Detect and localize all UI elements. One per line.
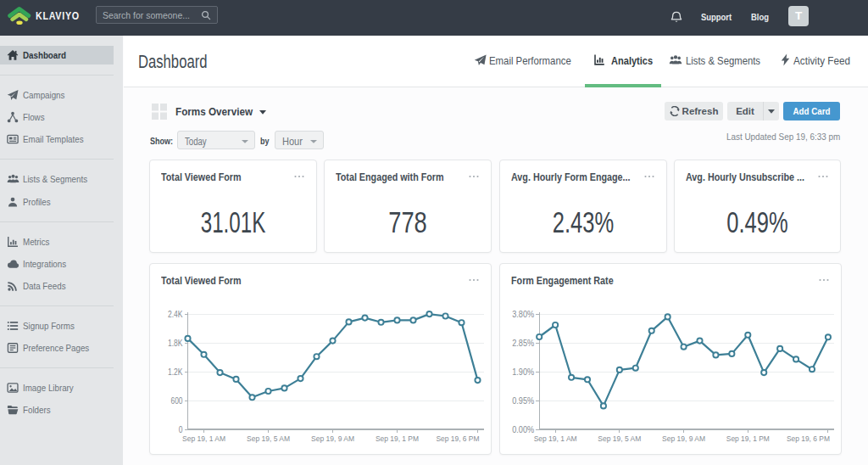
svg-text:2.85%: 2.85% xyxy=(512,338,534,348)
svg-text:Sep 19, 9 AM: Sep 19, 9 AM xyxy=(662,434,705,443)
svg-text:1.8K: 1.8K xyxy=(168,338,183,348)
svg-text:1.90%: 1.90% xyxy=(512,367,534,377)
svg-text:Sep 19, 9 AM: Sep 19, 9 AM xyxy=(311,434,354,443)
svg-text:Sep 19, 6 PM: Sep 19, 6 PM xyxy=(787,434,830,443)
svg-text:Sep 19, 5 AM: Sep 19, 5 AM xyxy=(247,434,290,443)
svg-text:Sep 19, 6 PM: Sep 19, 6 PM xyxy=(437,434,480,443)
svg-text:2.4K: 2.4K xyxy=(168,309,183,319)
svg-text:0.95%: 0.95% xyxy=(512,395,534,406)
svg-text:Sep 19, 1 PM: Sep 19, 1 PM xyxy=(376,434,419,443)
svg-text:600: 600 xyxy=(171,395,183,406)
svg-text:0.00%: 0.00% xyxy=(512,424,534,434)
svg-text:Sep 19, 5 AM: Sep 19, 5 AM xyxy=(598,434,641,443)
svg-text:Sep 19, 1 AM: Sep 19, 1 AM xyxy=(182,434,225,443)
svg-text:1.2K: 1.2K xyxy=(168,367,183,377)
svg-text:Sep 19, 1 PM: Sep 19, 1 PM xyxy=(726,434,770,443)
svg-text:0: 0 xyxy=(179,424,183,434)
svg-text:Sep 19, 1 AM: Sep 19, 1 AM xyxy=(534,434,577,443)
svg-text:3.80%: 3.80% xyxy=(512,309,534,319)
